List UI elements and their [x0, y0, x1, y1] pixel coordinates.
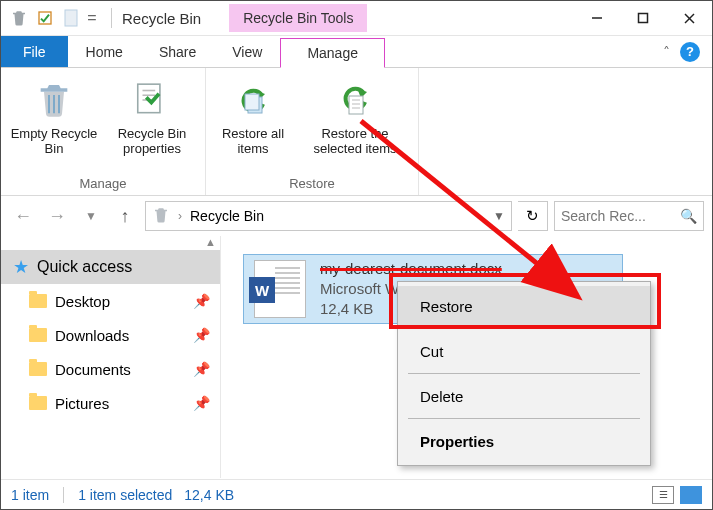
button-label: Recycle Bin properties	[107, 126, 197, 156]
ctx-separator	[408, 373, 640, 374]
refresh-button[interactable]: ↻	[518, 201, 548, 231]
scroll-up-icon[interactable]: ▲	[205, 236, 216, 248]
svg-rect-15	[245, 94, 259, 110]
qat-blank-icon[interactable]	[59, 6, 83, 30]
button-label: Restore the selected items	[300, 126, 410, 156]
title-bar: = Recycle Bin Recycle Bin Tools	[1, 1, 712, 36]
properties-icon	[130, 78, 174, 122]
group-label: Restore	[289, 172, 335, 193]
navigation-pane: ▲ ★ Quick access Desktop 📌 Downloads 📌 D…	[1, 236, 221, 478]
nav-label: Downloads	[55, 327, 129, 344]
back-button[interactable]: ←	[9, 202, 37, 230]
chevron-right-icon: ›	[178, 209, 182, 223]
svg-rect-17	[349, 96, 363, 114]
pin-icon: 📌	[193, 395, 210, 411]
folder-icon	[29, 294, 47, 308]
file-name: my-dearest-document.docx	[320, 259, 502, 279]
restore-selected-icon	[333, 78, 377, 122]
folder-icon	[29, 328, 47, 342]
status-selected: 1 item selected	[78, 487, 172, 503]
empty-recycle-bin-button[interactable]: Empty Recycle Bin	[9, 74, 99, 172]
ctx-restore[interactable]: Restore	[398, 286, 650, 326]
search-icon: 🔍	[680, 208, 697, 224]
search-box[interactable]: Search Rec... 🔍	[554, 201, 704, 231]
pin-icon: 📌	[193, 361, 210, 377]
ribbon-group-manage: Empty Recycle Bin Recycle Bin properties…	[1, 68, 206, 195]
folder-icon	[29, 362, 47, 376]
minimize-button[interactable]	[574, 2, 620, 34]
nav-label: Desktop	[55, 293, 110, 310]
address-text: Recycle Bin	[190, 208, 264, 224]
trash-icon	[32, 78, 76, 122]
svg-rect-3	[639, 14, 648, 23]
close-button[interactable]	[666, 2, 712, 34]
help-icon[interactable]: ?	[680, 42, 700, 62]
ctx-separator	[408, 328, 640, 329]
tab-view[interactable]: View	[214, 36, 280, 67]
group-label: Manage	[80, 172, 127, 193]
title-separator	[111, 8, 112, 28]
chevron-down-icon[interactable]: ▼	[493, 209, 505, 223]
recent-locations-button[interactable]: ▼	[77, 202, 105, 230]
maximize-button[interactable]	[620, 2, 666, 34]
nav-label: Pictures	[55, 395, 109, 412]
button-label: Empty Recycle Bin	[9, 126, 99, 156]
ribbon: Empty Recycle Bin Recycle Bin properties…	[1, 68, 712, 196]
star-icon: ★	[13, 256, 29, 278]
tab-file[interactable]: File	[1, 36, 68, 67]
ribbon-collapse-icon[interactable]: ˄	[663, 44, 670, 60]
svg-rect-1	[65, 10, 77, 26]
quick-access-toolbar: =	[1, 6, 105, 30]
restore-all-icon	[231, 78, 275, 122]
word-document-icon: W	[254, 260, 306, 318]
restore-selected-items-button[interactable]: Restore the selected items	[300, 74, 410, 172]
forward-button[interactable]: →	[43, 202, 71, 230]
explorer-window: = Recycle Bin Recycle Bin Tools File Hom…	[0, 0, 713, 510]
window-title: Recycle Bin	[118, 10, 205, 27]
pin-icon: 📌	[193, 293, 210, 309]
context-menu: Restore Cut Delete Properties	[397, 281, 651, 466]
restore-all-items-button[interactable]: Restore all items	[214, 74, 292, 172]
recycle-bin-icon	[152, 206, 170, 227]
status-item-count: 1 item	[11, 487, 49, 503]
view-thumbnails-button[interactable]	[680, 486, 702, 504]
window-controls	[574, 2, 712, 34]
qat-dropdown-icon[interactable]: =	[85, 6, 99, 30]
ctx-cut[interactable]: Cut	[398, 331, 650, 371]
view-switcher: ☰	[652, 486, 702, 504]
qat-recycle-bin-icon[interactable]	[7, 6, 31, 30]
tab-share[interactable]: Share	[141, 36, 214, 67]
folder-icon	[29, 396, 47, 410]
ribbon-group-restore: Restore all items Restore the selected i…	[206, 68, 419, 195]
ctx-separator	[408, 418, 640, 419]
qat-properties-icon[interactable]	[33, 6, 57, 30]
up-button[interactable]: ↑	[111, 202, 139, 230]
pin-icon: 📌	[193, 327, 210, 343]
nav-documents[interactable]: Documents 📌	[1, 352, 220, 386]
nav-quick-access[interactable]: ★ Quick access	[1, 250, 220, 284]
status-bar: 1 item 1 item selected 12,4 KB ☰	[1, 479, 712, 509]
tab-home[interactable]: Home	[68, 36, 141, 67]
view-details-button[interactable]: ☰	[652, 486, 674, 504]
button-label: Restore all items	[214, 126, 292, 156]
ctx-properties[interactable]: Properties	[398, 421, 650, 461]
address-bar[interactable]: › Recycle Bin ▼	[145, 201, 512, 231]
tab-manage[interactable]: Manage	[280, 38, 385, 68]
status-separator	[63, 487, 64, 503]
nav-label: Quick access	[37, 258, 132, 276]
nav-downloads[interactable]: Downloads 📌	[1, 318, 220, 352]
nav-pictures[interactable]: Pictures 📌	[1, 386, 220, 420]
ribbon-tabs: File Home Share View Manage ˄ ?	[1, 36, 712, 68]
recycle-bin-properties-button[interactable]: Recycle Bin properties	[107, 74, 197, 172]
address-bar-row: ← → ▼ ↑ › Recycle Bin ▼ ↻ Search Rec... …	[1, 196, 712, 236]
svg-rect-0	[39, 12, 51, 24]
ctx-delete[interactable]: Delete	[398, 376, 650, 416]
status-size: 12,4 KB	[184, 487, 234, 503]
nav-label: Documents	[55, 361, 131, 378]
nav-desktop[interactable]: Desktop 📌	[1, 284, 220, 318]
search-placeholder: Search Rec...	[561, 208, 646, 224]
contextual-tab-label: Recycle Bin Tools	[229, 4, 367, 32]
